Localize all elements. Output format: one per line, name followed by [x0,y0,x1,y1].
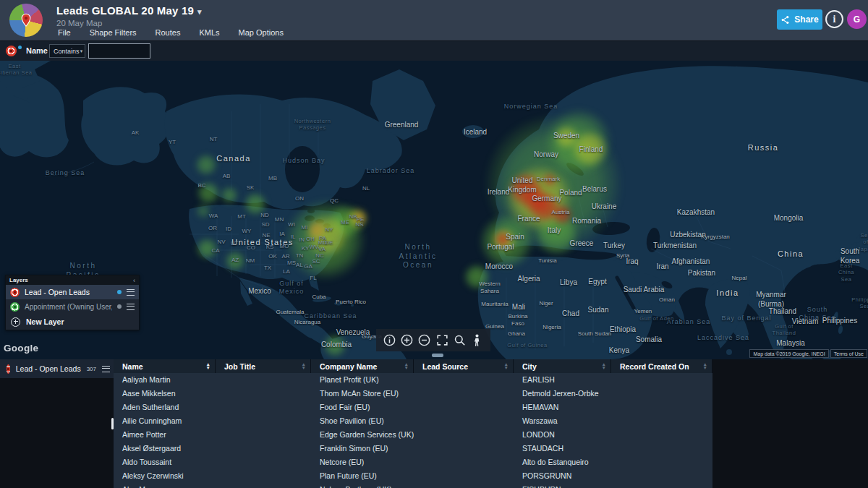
sort-icon[interactable]: ▲▼ [504,363,509,369]
filter-active-dot [18,46,22,49]
table-cell [216,469,311,483]
lead-layer-marker-icon [7,364,10,374]
table-cell [414,401,514,414]
map-controls-toolbar [376,329,490,351]
table-cell [414,414,514,428]
table-cell [414,483,514,488]
table-cell [611,373,712,387]
layer-name: Lead - Open Leads [25,288,112,296]
column-header-city[interactable]: City▲▼ [514,359,611,373]
table-cell: LONDON [514,428,611,442]
menu-item-map-options[interactable]: Map Options [239,28,284,37]
table-row[interactable]: Ailie CunninghamShoe Pavilion (EU)Warsza… [114,414,712,428]
menu-item-file[interactable]: File [58,28,71,37]
table-cell: Planet Profit (UK) [311,373,414,387]
table-cell [414,469,514,483]
table-cell [216,414,311,428]
avatar[interactable]: G [847,9,867,29]
table-cell [611,455,712,469]
app-window: Leads GLOBAL 20 May 19▾ 20 May Map FileS… [0,0,868,488]
table-cell: Aden Sutherland [114,401,216,414]
table-cell: Alto do Estanqueiro [514,455,611,469]
fullscreen-button[interactable] [434,333,450,348]
page-title[interactable]: Leads GLOBAL 20 May 19▾ [56,4,202,17]
table-body: Aaliyah MartinPlanet Profit (UK)EARLISHA… [114,373,712,488]
table-row[interactable]: Aksel ØstergaardFranklin Simon (EU)STAUD… [114,442,712,455]
new-layer-button[interactable]: New Layer [6,314,139,330]
layers-panel-title: Layers [9,277,28,283]
map-data-credit: Map data ©2019 Google, INEGI [749,349,828,358]
sort-icon[interactable]: ▲▼ [404,363,409,369]
table-cell: Netcore (EU) [311,455,414,469]
layer-row-0[interactable]: Lead - Open Leads [6,285,139,299]
table-row[interactable]: Aaliyah MartinPlanet Profit (UK)EARLISH [114,373,712,387]
sort-icon[interactable]: ▲▼ [602,363,606,369]
column-header-name[interactable]: Name▲▼ [114,359,216,373]
table-row[interactable]: Aleksy CzerwinskiPlan Future (EU)PORSGRU… [114,469,712,483]
table-cell: Alex Murray [114,483,216,488]
share-button[interactable]: Share [777,9,822,30]
layer-visibility-dot[interactable] [117,304,122,309]
bottom-data-view: Lead - Open Leads 307 Name▲▼Job Title▲▼C… [0,359,868,488]
layer-row-1[interactable]: Appointment (Owning User, User) [6,299,139,314]
table-scrollbar-handle[interactable] [111,418,114,429]
table-row[interactable]: Alex MurrayNelson Brothers (UK)FISHBURN [114,483,712,488]
sort-icon[interactable]: ▲▼ [302,363,306,369]
filter-field-label: Name [26,46,48,55]
table-cell [611,428,712,442]
layer-options-icon[interactable] [127,289,135,296]
table-row[interactable]: Aase MikkelsenThom McAn Store (EU)Detmol… [114,387,712,401]
table-row[interactable]: Aldo ToussaintNetcore (EU)Alto do Estanq… [114,455,712,469]
page-subtitle: 20 May Map [56,19,202,27]
table-cell: Food Fair (EU) [311,401,414,414]
chevron-down-icon: ▼ [80,49,84,53]
map-info-button[interactable] [381,333,397,348]
table-row[interactable]: Aden SutherlandFood Fair (EU)HEMAVAN [114,401,712,414]
column-header-job-title[interactable]: Job Title▲▼ [216,359,311,373]
terms-of-use-link[interactable]: Terms of Use [830,349,867,358]
table-cell [611,469,712,483]
app-logo-icon[interactable] [9,4,43,37]
map-canvas[interactable]: East Siberian SeaBering SeaNorth Pacific… [0,61,868,359]
sort-icon[interactable]: ▲▼ [206,363,210,369]
column-header-record-created-on[interactable]: Record Created On▲▼ [611,359,712,373]
pegman-icon[interactable] [469,333,485,348]
table-cell: STAUDACH [514,442,611,455]
map-pin-icon [18,12,34,28]
filter-operator-select[interactable]: Contains ▼ [49,44,85,58]
table-row[interactable]: Aimee PotterEdge Garden Services (UK)LON… [114,428,712,442]
layer-summary-row[interactable]: Lead - Open Leads 307 [0,359,114,378]
table-cell [414,387,514,401]
table-cell: Detmold Jerxen-Orbke [514,387,611,401]
info-icon[interactable]: i [825,10,843,28]
google-logo[interactable]: Google [4,343,38,354]
table-cell [611,401,712,414]
table-header-row: Name▲▼Job Title▲▼Company Name▲▼Lead Sour… [114,359,712,373]
collapse-panel-icon[interactable]: ‹ [133,277,135,284]
layer-visibility-dot[interactable] [117,290,122,294]
zoom-in-button[interactable] [399,333,414,348]
menu-item-routes[interactable]: Routes [156,28,181,37]
table-cell: Thom McAn Store (EU) [311,387,414,401]
menu-item-kmls[interactable]: KMLs [199,28,219,37]
table-cell: Franklin Simon (EU) [311,442,414,455]
filter-value-input[interactable] [88,43,150,59]
lead-layer-marker-icon [6,46,17,56]
table-cell: Aase Mikkelsen [114,387,216,401]
table-cell [216,442,311,455]
table-cell [611,414,712,428]
appointment-layer-marker-icon [10,302,20,312]
map-search-button[interactable] [451,333,467,348]
table-drag-handle[interactable] [432,354,443,357]
table-cell [611,483,712,488]
sort-icon[interactable]: ▲▼ [703,363,707,369]
table-cell [216,373,311,387]
zoom-out-button[interactable] [417,333,433,348]
title-caret-icon[interactable]: ▾ [197,7,202,16]
table-cell [216,401,311,414]
column-header-lead-source[interactable]: Lead Source▲▼ [414,359,514,373]
layer-menu-icon[interactable] [102,366,110,372]
layer-options-icon[interactable] [127,304,135,310]
column-header-company-name[interactable]: Company Name▲▼ [311,359,414,373]
menu-item-shape-filters[interactable]: Shape Filters [90,28,137,37]
